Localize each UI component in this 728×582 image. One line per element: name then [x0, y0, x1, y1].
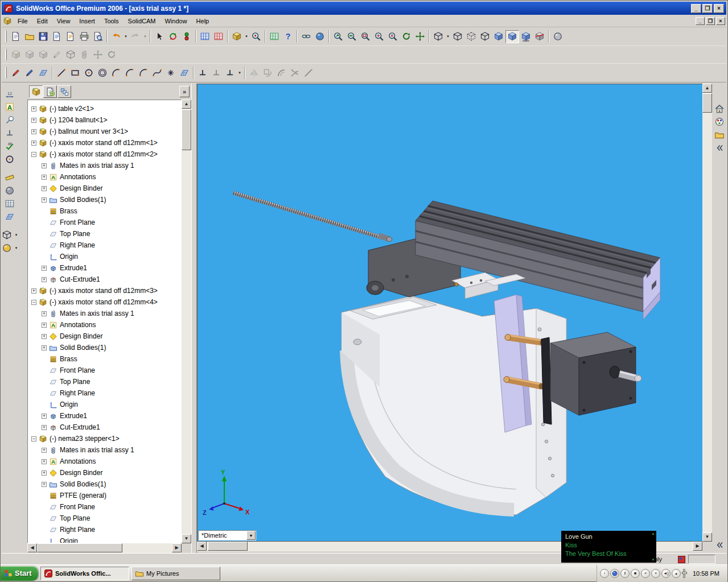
tree-item[interactable]: +Mates in axis trial assy 1 — [28, 444, 181, 456]
tree-item[interactable]: +Extrude1 — [28, 410, 181, 422]
hole-callout[interactable] — [3, 152, 17, 166]
hide-show-components[interactable] — [23, 48, 36, 61]
rotate-component[interactable] — [105, 48, 118, 61]
rebuild[interactable] — [166, 30, 180, 43]
circle[interactable] — [82, 67, 96, 80]
offset-entities[interactable] — [274, 67, 288, 80]
tree-hscrollbar-thumb[interactable] — [37, 543, 122, 552]
perimeter-circle[interactable] — [96, 67, 109, 80]
model-bracket[interactable] — [342, 296, 566, 515]
help[interactable]: ? — [281, 30, 295, 43]
add-relation[interactable] — [196, 67, 209, 80]
balloon[interactable] — [3, 113, 17, 126]
next-button[interactable]: » — [651, 569, 660, 578]
volume-button[interactable]: ◄) — [661, 569, 671, 578]
expand-icon[interactable]: + — [42, 277, 47, 282]
tree-item[interactable]: Top Plane — [28, 376, 181, 387]
tree-item[interactable]: +Extrude1 — [28, 262, 181, 274]
taskbar-task-solidworks-offic-[interactable]: SolidWorks Offic... — [40, 567, 129, 580]
scroll-down-icon[interactable]: ▼ — [652, 558, 655, 562]
shadows-in-shaded-mode[interactable] — [519, 30, 533, 43]
design-table[interactable] — [198, 30, 212, 43]
collapse-icon[interactable]: − — [31, 300, 36, 305]
tree-item[interactable]: +Mates in axis trial assy 1 — [28, 160, 181, 171]
web-browser[interactable] — [313, 30, 327, 43]
shaded[interactable] — [505, 30, 519, 43]
no-external-references[interactable] — [64, 48, 77, 61]
expand-icon[interactable]: + — [31, 118, 36, 123]
title-bar[interactable]: SolidWorks Office Premium 2006 - [axis t… — [2, 2, 726, 15]
toolbar-grip[interactable] — [5, 49, 7, 60]
zoom-to-fit[interactable] — [345, 30, 359, 43]
collapse-icon[interactable]: − — [31, 152, 36, 157]
tree-item[interactable]: +AAnnotations — [28, 319, 181, 331]
feature-tree[interactable]: +(-) table v2<1>+(-) 1204 ballnut<1>+(-)… — [27, 100, 182, 543]
tree-item[interactable]: Origin — [28, 535, 181, 543]
move-component[interactable] — [91, 48, 105, 61]
tree-item[interactable]: Origin — [28, 251, 181, 262]
file-explorer[interactable] — [713, 128, 726, 141]
tree-item[interactable]: −(-) nema23 stepper<1> — [28, 433, 181, 444]
tree-item[interactable]: Brass — [28, 353, 181, 365]
3-point-arc[interactable] — [137, 67, 150, 80]
tree-item[interactable]: +(-) ballnut mount ver 3<1> — [28, 126, 181, 137]
stop-button[interactable]: ■ — [631, 569, 640, 578]
pan[interactable] — [413, 30, 427, 43]
zoom-in-out[interactable] — [372, 30, 386, 43]
centerpoint-arc[interactable] — [109, 67, 123, 80]
curvature[interactable] — [3, 210, 17, 223]
media-overlay-scroller[interactable]: ▲▼ — [650, 531, 656, 563]
plane[interactable] — [178, 67, 191, 80]
expand-icon[interactable]: + — [42, 175, 47, 180]
menu-window[interactable]: Window — [160, 16, 191, 26]
expand-icon[interactable]: + — [42, 266, 47, 271]
appearance-flyout[interactable] — [0, 241, 14, 254]
tangent-arc[interactable] — [123, 67, 137, 80]
tree-item[interactable]: PTFE (general) — [28, 490, 181, 501]
expand-icon[interactable]: + — [31, 141, 36, 146]
tree-item[interactable]: +Solid Bodies(1) — [28, 194, 181, 205]
tree-item[interactable]: +Design Binder — [28, 331, 181, 342]
document-close-button[interactable]: × — [716, 17, 725, 25]
start-button[interactable]: Start — [1, 566, 38, 581]
measure[interactable] — [3, 171, 17, 184]
model-table[interactable] — [416, 201, 660, 320]
line[interactable] — [55, 67, 68, 80]
document-minimize-button[interactable]: _ — [696, 17, 705, 25]
expand-icon[interactable]: + — [42, 345, 47, 350]
sketch[interactable] — [9, 67, 23, 80]
tree-item[interactable]: Top Plane — [28, 513, 181, 524]
bom-table[interactable] — [212, 30, 225, 43]
new-document[interactable] — [9, 30, 23, 43]
realview-graphics[interactable] — [551, 30, 565, 43]
note[interactable]: A — [3, 100, 17, 113]
wmp-button[interactable] — [610, 569, 619, 578]
expand-icon[interactable]: + — [42, 323, 47, 328]
modify-sketch[interactable] — [36, 67, 50, 80]
tree-item[interactable]: +(-) table v2<1> — [28, 103, 181, 114]
menu-tools[interactable]: Tools — [100, 16, 124, 26]
display-delete-relations[interactable] — [209, 67, 223, 80]
tree-item[interactable]: Front Plane — [28, 217, 181, 228]
tree-item[interactable]: Front Plane — [28, 365, 181, 376]
redo-flyout-arrow[interactable]: ▾ — [142, 30, 148, 43]
sketch-relations-flyout[interactable] — [223, 67, 237, 80]
restore-button[interactable]: ❐ — [702, 4, 713, 13]
rotate-view[interactable] — [400, 30, 413, 43]
pane-collapse[interactable] — [713, 538, 726, 551]
scroll-down-icon[interactable]: ▼ — [182, 534, 191, 543]
find-references[interactable] — [249, 30, 263, 43]
menu-edit[interactable]: Edit — [32, 16, 52, 26]
taskbar-task-my-pictures[interactable]: My Pictures — [131, 567, 220, 580]
document-restore-button[interactable]: ❐ — [706, 17, 715, 25]
zoom-to-area[interactable] — [359, 30, 372, 43]
expand-icon[interactable]: + — [42, 311, 47, 316]
undo-flyout-arrow[interactable]: ▾ — [123, 30, 129, 43]
print-preview[interactable] — [91, 30, 105, 43]
edit-part[interactable] — [50, 48, 64, 61]
tree-item[interactable]: +Design Binder — [28, 467, 181, 478]
chevron-down-icon[interactable]: ▼ — [246, 531, 256, 540]
wireframe[interactable] — [451, 30, 464, 43]
volume-slider-knob[interactable] — [682, 572, 687, 574]
appearance-flyout-flyout-arrow[interactable]: ▾ — [14, 241, 19, 254]
